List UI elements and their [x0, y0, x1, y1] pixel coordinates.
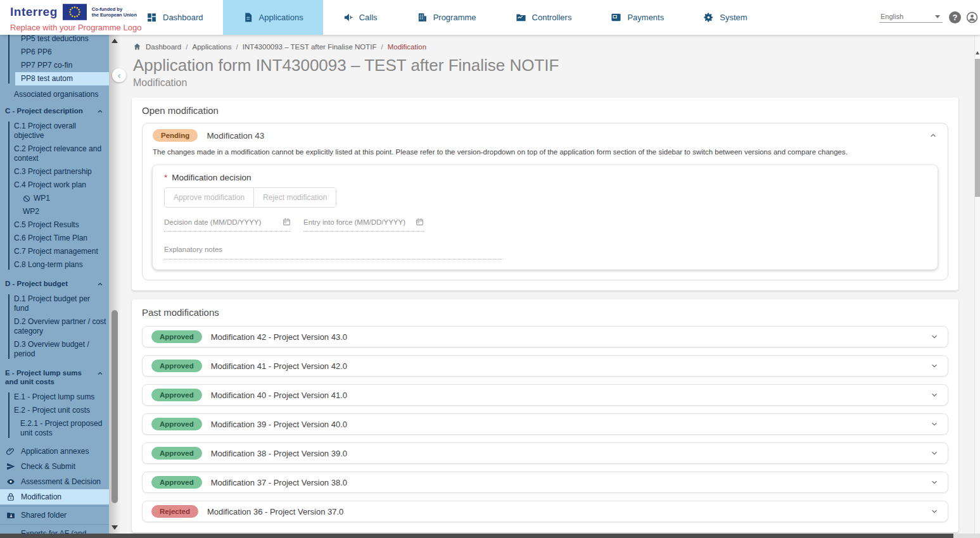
chevron-down-icon — [930, 507, 939, 516]
calendar-icon[interactable] — [283, 218, 291, 226]
status-badge: Approved — [151, 360, 202, 372]
breadcrumb-project[interactable]: INT4300093 – TEST after Finalise NOTIF — [243, 43, 377, 51]
reject-modification-button[interactable]: Reject modification — [254, 188, 336, 207]
status-badge: Pending — [153, 129, 198, 142]
sidebar-item-c5[interactable]: C.5 Project Results — [8, 218, 109, 232]
payments-icon — [611, 12, 621, 23]
breadcrumb-applications[interactable]: Applications — [192, 43, 231, 51]
sidebar-item-d2[interactable]: D.2 Overview partner / cost category — [8, 315, 109, 338]
sidebar-item-wp1[interactable]: WP1 — [8, 192, 109, 205]
breadcrumb-dashboard[interactable]: Dashboard — [146, 43, 181, 51]
sidebar-item-d1[interactable]: D.1 Project budget per fund — [8, 292, 109, 315]
past-modifications-heading: Past modifications — [142, 307, 948, 318]
page-vertical-scrollbar[interactable] — [974, 35, 980, 534]
approve-modification-button[interactable]: Approve modification — [165, 188, 254, 207]
scroll-up-arrow-icon[interactable] — [976, 51, 979, 54]
entry-into-force-field[interactable]: Entry into force (MM/DD/YYYY) — [303, 218, 424, 232]
sidebar-scrollbar-thumb[interactable] — [111, 310, 118, 503]
sidebar-item-c4[interactable]: C.4 Project work plan — [8, 178, 109, 192]
chevron-down-icon — [930, 391, 939, 399]
nav-item-payments[interactable]: Payments — [591, 0, 684, 35]
sidebar-section-d-header[interactable]: D - Project budget — [0, 274, 109, 290]
past-modification-row[interactable]: Approved Modification 42 - Project Versi… — [142, 326, 948, 347]
past-modification-row[interactable]: Approved Modification 38 - Project Versi… — [142, 442, 948, 464]
explanatory-notes-field[interactable]: Explanatory notes — [164, 246, 503, 260]
sidebar-item-wp2[interactable]: WP2 — [8, 205, 109, 218]
sidebar-item-c3[interactable]: C.3 Project partnership — [8, 165, 109, 178]
main-nav: Dashboard Applications Calls Programme — [127, 0, 767, 35]
modification-43-panel-header[interactable]: Pending Modification 43 — [143, 123, 948, 147]
nav-item-applications[interactable]: Applications — [223, 0, 323, 35]
page-scrollbar-thumb[interactable] — [975, 59, 980, 197]
dashboard-icon — [146, 12, 157, 23]
calls-icon — [343, 12, 353, 23]
shared-folder-icon — [6, 511, 15, 520]
chevron-up-icon[interactable] — [929, 131, 938, 140]
sidebar-item-d3[interactable]: D.3 Overview budget / period — [8, 338, 109, 361]
calendar-icon[interactable] — [416, 218, 424, 226]
sidebar-item-check-submit[interactable]: Check & Submit — [0, 459, 109, 474]
page-horizontal-scrollbar-thumb[interactable] — [0, 534, 953, 538]
sidebar-item-pp5[interactable]: PP5 test deductions — [15, 35, 109, 46]
sidebar-item-application-annexes[interactable]: Application annexes — [0, 444, 109, 459]
modification-decision-form: *Modification decision Approve modificat… — [153, 165, 938, 270]
top-navbar: Interreg Co-funded by the European Union… — [0, 0, 980, 35]
status-badge: Approved — [151, 418, 202, 430]
sidebar-item-c7[interactable]: C.7 Project management — [8, 245, 109, 258]
past-modification-row[interactable]: Approved Modification 41 - Project Versi… — [142, 355, 948, 377]
account-icon[interactable] — [966, 11, 978, 23]
sidebar-scrollbar[interactable] — [109, 35, 120, 534]
sidebar-item-pp7[interactable]: PP7 PP7 co-fin — [15, 59, 109, 72]
chevron-up-icon — [96, 370, 104, 377]
applications-icon — [243, 12, 253, 23]
sidebar-item-pp8[interactable]: PP8 test autom — [15, 72, 109, 85]
sidebar-item-c8[interactable]: C.8 Long-term plans — [8, 258, 109, 272]
main-content: Dashboard / Applications / INT4300093 – … — [120, 35, 974, 534]
sidebar-item-e1[interactable]: E.1 - Project lump sums — [8, 391, 109, 404]
past-modification-row[interactable]: Approved Modification 39 - Project Versi… — [142, 413, 948, 435]
chevron-down-icon — [930, 420, 939, 429]
sidebar-item-shared-folder[interactable]: Shared folder — [0, 508, 109, 523]
sidebar-item-e2[interactable]: E.2 - Project unit costs — [8, 404, 109, 417]
scroll-up-arrow-icon[interactable] — [111, 39, 118, 43]
sidebar-partner-group: PP5 test deductions PP6 PP6 PP7 PP7 co-f… — [0, 35, 109, 85]
past-modifications-card: Past modifications Approved Modification… — [132, 299, 958, 532]
sidebar-section-e-header[interactable]: E - Project lump sums and unit costs — [0, 363, 109, 388]
past-modification-row[interactable]: Approved Modification 40 - Project Versi… — [142, 384, 948, 406]
sidebar-item-modification[interactable]: Modification — [0, 489, 109, 504]
nav-item-controllers[interactable]: Controllers — [496, 0, 592, 35]
past-modification-row[interactable]: Approved Modification 37 - Project Versi… — [142, 472, 948, 493]
page-horizontal-scrollbar[interactable] — [0, 534, 980, 538]
status-badge: Approved — [151, 389, 202, 401]
sidebar-item-assessment-decision[interactable]: Assessment & Decision — [0, 474, 109, 489]
sidebar-item-e21[interactable]: E.2.1 - Project proposed unit costs — [8, 417, 109, 440]
sidebar-section-c-header[interactable]: C - Project description — [0, 101, 109, 117]
language-select[interactable]: English — [879, 13, 943, 23]
status-badge: Approved — [151, 447, 202, 460]
sidebar-item-c6[interactable]: C.6 Project Time Plan — [8, 232, 109, 245]
sidebar-item-c1[interactable]: C.1 Project overall objective — [8, 120, 109, 142]
send-icon — [6, 462, 15, 471]
interreg-logo: Interreg — [10, 5, 58, 19]
nav-item-programme[interactable]: Programme — [397, 0, 496, 35]
attachment-icon — [6, 447, 15, 456]
sidebar-item-pp6[interactable]: PP6 PP6 — [15, 46, 109, 59]
sidebar-section-e-items: E.1 - Project lump sums E.2 - Project un… — [0, 391, 109, 440]
sidebar-item-c2[interactable]: C.2 Project relevance and context — [8, 142, 109, 165]
modification-43-panel: Pending Modification 43 The changes made… — [142, 123, 948, 280]
nav-item-system[interactable]: System — [684, 0, 767, 35]
past-modification-row[interactable]: Rejected Modification 36 - Project Versi… — [142, 501, 948, 522]
decision-date-field[interactable]: Decision date (MM/DD/YYYY) — [164, 218, 291, 232]
nav-item-calls[interactable]: Calls — [323, 0, 397, 35]
help-icon[interactable]: ? — [949, 11, 961, 23]
sidebar-item-exports[interactable]: Exports for AF (and other) — [0, 526, 109, 534]
sidebar-item-associated-organisations[interactable]: Associated organisations — [0, 88, 109, 101]
status-badge: Approved — [151, 330, 202, 343]
scroll-down-arrow-icon[interactable] — [111, 525, 118, 530]
chevron-down-icon — [935, 15, 940, 18]
nav-item-dashboard[interactable]: Dashboard — [127, 0, 223, 35]
sidebar-collapse-button[interactable]: ‹ — [112, 68, 126, 82]
sidebar-section-c-items: C.1 Project overall objective C.2 Projec… — [0, 120, 109, 272]
chevron-up-icon — [96, 108, 104, 115]
open-modification-heading: Open modification — [142, 105, 948, 116]
